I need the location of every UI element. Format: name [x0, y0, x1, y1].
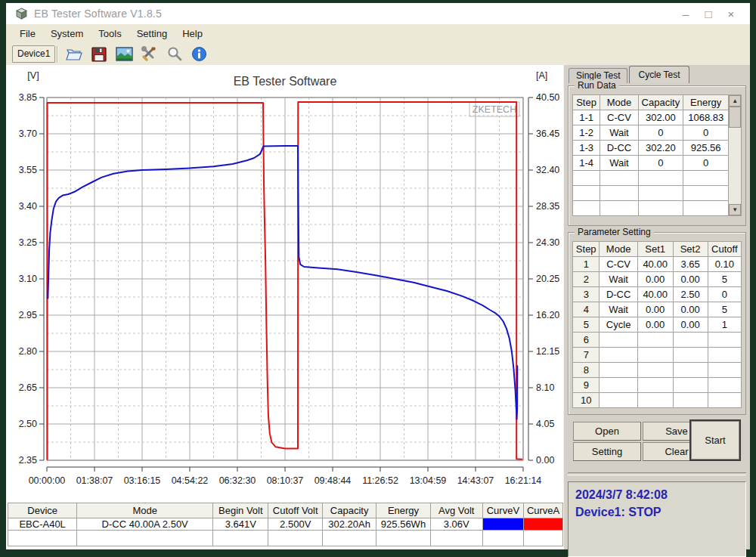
cell[interactable]: 0.00: [673, 272, 708, 287]
left-axis-tick: 3.40: [19, 201, 37, 212]
open-button[interactable]: Open: [573, 422, 641, 441]
cell[interactable]: Wait: [600, 302, 637, 317]
setting-button[interactable]: Setting: [573, 442, 641, 461]
scroll-up-button[interactable]: ▲: [729, 95, 741, 107]
run-data-scrollbar[interactable]: ▲ ▼: [729, 94, 742, 216]
cell[interactable]: 0: [708, 287, 741, 302]
menu-item-setting[interactable]: Setting: [129, 26, 175, 42]
cell[interactable]: [600, 363, 637, 378]
save-button-toolbar[interactable]: [88, 44, 110, 64]
cell[interactable]: Wait: [600, 272, 637, 287]
cell[interactable]: 1: [708, 317, 741, 333]
cell: Wait: [600, 156, 639, 171]
cell[interactable]: [637, 333, 673, 348]
cell[interactable]: [600, 378, 637, 393]
header-row: StepModeCapacityEnergy: [573, 95, 729, 110]
cell[interactable]: [673, 363, 708, 378]
cell[interactable]: 0.00: [673, 317, 708, 333]
start-button[interactable]: Start: [689, 419, 741, 461]
cell[interactable]: [673, 333, 708, 348]
right-axis-tick: 4.05: [536, 419, 554, 429]
calibration-button[interactable]: [138, 44, 160, 64]
table-row: [573, 186, 729, 201]
cell[interactable]: 0.00: [637, 302, 673, 317]
cell[interactable]: 10: [573, 393, 600, 408]
cell[interactable]: 3.65: [673, 257, 708, 272]
scroll-down-button[interactable]: ▼: [729, 204, 741, 215]
right-axis-tick: 28.35: [536, 201, 559, 212]
menu-item-system[interactable]: System: [43, 26, 91, 42]
cell[interactable]: 0.10: [708, 257, 741, 272]
cell[interactable]: [708, 348, 741, 363]
cell[interactable]: C-CV: [600, 257, 637, 272]
cell[interactable]: 6: [573, 333, 600, 348]
scroll-thumb[interactable]: [729, 107, 741, 128]
about-button[interactable]: [187, 44, 210, 64]
table-row: 3D-CC40.002.500: [573, 287, 742, 302]
cell[interactable]: [673, 378, 708, 393]
cell[interactable]: 2.50: [673, 287, 708, 302]
cell[interactable]: 2: [573, 272, 600, 287]
cell[interactable]: 3: [573, 287, 600, 302]
tab-cycle-test[interactable]: Cycle Test: [629, 66, 689, 83]
cell[interactable]: [637, 363, 673, 378]
zoom-button[interactable]: [163, 44, 185, 64]
cell[interactable]: 4: [573, 302, 600, 317]
left-axis-tick: 3.85: [19, 92, 37, 103]
cell[interactable]: 1: [573, 257, 600, 272]
right-axis-tick: 0.00: [536, 455, 554, 466]
cell[interactable]: [600, 393, 637, 408]
menu-item-file[interactable]: File: [12, 26, 43, 42]
cell: [376, 531, 431, 546]
cell[interactable]: [637, 393, 673, 408]
cell[interactable]: 5: [708, 272, 741, 287]
menu-item-help[interactable]: Help: [175, 26, 210, 42]
cell[interactable]: [637, 378, 673, 393]
voltage-curve: [48, 146, 517, 419]
cell: 0: [638, 125, 683, 141]
window-title: EB Tester Software V1.8.5: [34, 8, 674, 20]
scroll-track[interactable]: [729, 128, 741, 204]
open-file-button[interactable]: [63, 44, 85, 64]
x-axis-tick: 01:38:07: [76, 475, 113, 486]
cell[interactable]: 0.00: [637, 272, 673, 287]
column-header: Mode: [600, 95, 639, 110]
cell: [573, 201, 600, 216]
cell[interactable]: [673, 393, 708, 408]
menu-item-tools[interactable]: Tools: [91, 26, 129, 42]
cell[interactable]: [708, 378, 741, 393]
cell: 3.641V: [213, 518, 268, 531]
cell: [638, 201, 683, 216]
cell[interactable]: 7: [573, 348, 600, 363]
maximize-button[interactable]: □: [697, 8, 720, 20]
left-axis-tick: 2.35: [19, 455, 37, 466]
cell[interactable]: 8: [573, 363, 600, 378]
cell[interactable]: D-CC: [600, 287, 637, 302]
cell[interactable]: 0.00: [673, 302, 708, 317]
cell[interactable]: Cycle: [600, 317, 637, 333]
left-axis-tick: 3.25: [19, 237, 37, 248]
cell[interactable]: [600, 348, 637, 363]
cell[interactable]: [600, 333, 637, 348]
cell[interactable]: [637, 348, 673, 363]
cell[interactable]: 40.00: [637, 287, 673, 302]
cell[interactable]: 40.00: [637, 257, 673, 272]
cell[interactable]: [708, 333, 741, 348]
left-axis-tick: 3.70: [19, 128, 37, 139]
cell[interactable]: [708, 393, 741, 408]
cell: 1-3: [573, 141, 600, 156]
close-button[interactable]: ×: [720, 8, 742, 20]
axes: 3.853.703.553.403.253.102.952.802.652.50…: [19, 92, 560, 486]
device-button[interactable]: Device1: [12, 45, 55, 63]
cell[interactable]: 5: [573, 317, 600, 333]
table-row: 5Cycle0.000.001: [573, 317, 742, 333]
cell[interactable]: [673, 348, 708, 363]
export-image-button[interactable]: [113, 44, 135, 64]
cell[interactable]: 0.00: [637, 317, 673, 333]
cell: [600, 201, 639, 216]
cell: [268, 531, 323, 546]
cell[interactable]: [708, 363, 741, 378]
cell[interactable]: 5: [708, 302, 741, 317]
minimize-button[interactable]: –: [674, 8, 697, 20]
cell[interactable]: 9: [573, 378, 600, 393]
